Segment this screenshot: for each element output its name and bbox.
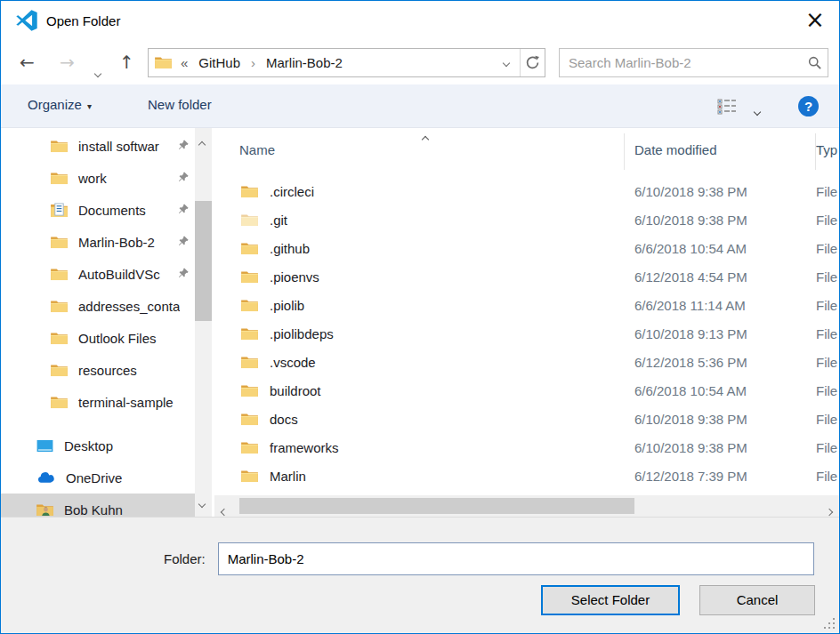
sidebar-item-marlin-bob-2[interactable]: Marlin-Bob-2 [1,226,195,258]
column-header-type[interactable]: Typ [816,142,837,157]
select-folder-button[interactable]: Select Folder [541,585,680,615]
sidebar-item-terminal-sample[interactable]: terminal-sample [1,386,195,418]
folder-icon [51,268,68,281]
onedrive-icon [36,471,55,484]
resize-grip[interactable] [824,618,835,629]
sidebar-item-documents[interactable]: Documents [1,194,195,226]
help-button[interactable]: ? [798,96,819,116]
file-type: File [816,269,837,285]
sidebar-item-work[interactable]: work [1,162,195,194]
new-folder-button[interactable]: New folder [148,97,212,112]
main-area: install softwarworkDocumentsMarlin-Bob-2… [1,128,839,517]
breadcrumb-item-github[interactable]: GitHub [197,55,242,70]
folder-icon [241,270,258,284]
pin-icon [177,139,190,151]
file-date-modified: 6/10/2018 9:38 PM [634,440,747,455]
close-icon[interactable]: × [800,4,830,35]
history-dropdown-icon[interactable] [95,64,101,79]
sidebar-item-label: work [78,171,107,186]
file-date-modified: 6/10/2018 9:38 PM [634,184,747,199]
folder-icon [241,242,258,255]
file-name: .piolib [270,298,304,313]
folder-icon [51,396,68,409]
sidebar-item-label: resources [78,363,137,378]
up-button[interactable]: ↑ [119,50,134,75]
sidebar-item-addresses-conta[interactable]: addresses_conta [1,290,195,322]
sidebar-item-onedrive[interactable]: OneDrive [1,461,195,494]
table-row[interactable]: docs6/10/2018 9:38 PMFile [214,405,839,433]
file-date-modified: 6/10/2018 9:38 PM [634,412,747,427]
table-row[interactable]: .vscode6/12/2018 5:36 PMFile [214,348,839,376]
sidebar-item-resources[interactable]: resources [1,354,195,386]
forward-button[interactable]: → [60,50,75,75]
column-header-name[interactable]: Name [239,142,275,157]
sidebar-item-install-softwar[interactable]: install softwar [1,130,195,162]
page-title: Open Folder [46,13,120,28]
table-row[interactable]: Marlin6/12/2018 7:39 PMFile [214,461,839,490]
address-bar[interactable]: « GitHub › Marlin-Bob-2 [148,48,545,77]
horizontal-scrollbar-thumb[interactable] [239,498,634,514]
scroll-right-icon[interactable] [827,502,832,517]
sidebar-item-label: Outlook Files [78,331,157,346]
cancel-button[interactable]: Cancel [699,585,815,615]
sidebar-item-outlook-files[interactable]: Outlook Files [1,322,195,354]
search-icon[interactable] [801,55,828,70]
file-name: .circleci [270,184,314,199]
back-button[interactable]: ← [20,50,35,75]
file-type: File [816,440,837,455]
file-name: frameworks [270,440,339,455]
file-type: File [816,355,837,370]
file-date-modified: 6/6/2018 11:14 AM [634,298,746,313]
sidebar-item-label: Marlin-Bob-2 [78,235,155,250]
column-header-date-modified[interactable]: Date modified [634,142,717,157]
breadcrumb-separator-icon[interactable]: › [251,55,255,70]
file-type: File [816,184,837,199]
file-type: File [816,241,837,256]
file-date-modified: 6/6/2018 10:54 AM [634,241,747,256]
folder-icon [51,364,68,377]
desktop-icon [36,439,53,453]
table-row[interactable]: .github6/6/2018 10:54 AMFile [214,234,839,262]
scroll-left-icon[interactable] [222,502,227,517]
sidebar-item-label: terminal-sample [78,395,174,410]
view-options-icon[interactable] [717,99,737,115]
folder-name-input[interactable] [218,542,814,575]
sidebar-item-desktop[interactable]: Desktop [1,429,195,461]
sort-ascending-icon [423,130,428,145]
refresh-icon[interactable] [520,49,545,76]
breadcrumb-overflow[interactable]: « [181,55,188,70]
column-separator [815,133,816,170]
table-row[interactable]: buildroot6/6/2018 10:54 AMFile [214,376,839,405]
scroll-down-icon[interactable] [199,494,205,510]
sidebar-item-label: Documents [78,203,146,218]
sidebar-scrollbar[interactable] [195,128,212,517]
folder-icon [241,413,258,426]
table-row[interactable]: frameworks6/10/2018 9:38 PMFile [214,433,839,461]
scroll-up-icon[interactable] [199,135,205,150]
address-dropdown-icon[interactable] [493,49,520,76]
table-row[interactable]: .pioenvs6/12/2018 4:54 PMFile [214,262,839,291]
file-name: .piolibdeps [270,326,334,341]
organize-button[interactable]: Organize▾ [28,97,92,112]
folder-icon [241,185,258,198]
table-row[interactable]: .piolib6/6/2018 11:14 AMFile [214,291,839,319]
file-name: buildroot [270,383,321,398]
folder-icon [241,469,258,483]
sidebar-item-bob-kuhn[interactable]: Bob Kuhn [1,494,195,517]
table-row[interactable]: .circleci6/10/2018 9:38 PMFile [214,177,839,205]
pin-icon [177,267,190,279]
file-type: File [816,213,837,228]
view-dropdown-icon[interactable] [755,102,760,117]
table-row[interactable]: .piolibdeps6/10/2018 9:13 PMFile [214,319,839,348]
file-date-modified: 6/10/2018 9:13 PM [634,326,747,341]
table-row[interactable]: .git6/10/2018 9:38 PMFile [214,205,839,234]
sidebar-item-autobuildvsc[interactable]: AutoBuildVSc [1,258,195,290]
open-folder-dialog: { "window": { "title": "Open Folder", "c… [0,0,840,634]
folder-icon [241,384,258,397]
file-name: .git [270,213,287,228]
breadcrumb-item-marlin-bob-2[interactable]: Marlin-Bob-2 [264,55,344,70]
sidebar-scrollbar-thumb[interactable] [195,201,212,321]
sidebar: install softwarworkDocumentsMarlin-Bob-2… [1,128,195,517]
search-input[interactable] [560,55,801,70]
horizontal-scrollbar[interactable] [214,495,839,517]
